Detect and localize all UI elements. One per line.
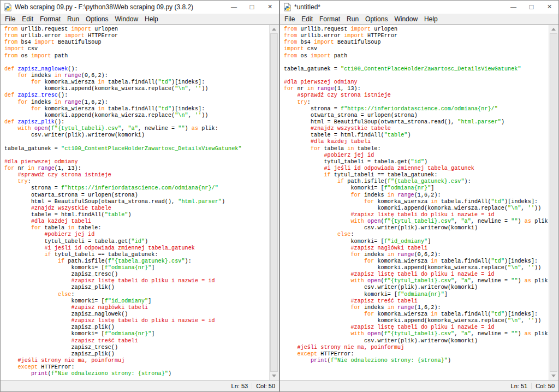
code-line: csv.writer(plik).writerow(komorki) [284,284,549,291]
code-line: with open(f"{tytul_tabeli}.csv", "a", ne… [284,218,549,225]
status-column-indicator: Col: 50 [531,383,558,389]
scrollbar-thumb[interactable] [270,33,278,372]
code-line: #znajdz wszystkie tabele [4,205,270,212]
code-line: #zapisz listę tabeli do pliku i nazwie =… [4,278,270,284]
code-line: zapisz_plik() [4,324,270,331]
menu-item-window[interactable]: Window [111,15,141,23]
code-line: for komorka_wiersza in tabela.findAll("t… [4,106,270,112]
code-line: komorki.append(komorka_wiersza.replace("… [284,265,549,271]
code-line: zapisz_plik() [4,351,270,358]
right-status-bar: Ln: 51 Col: 50 [280,380,558,391]
code-line: html = BeautifulSoup(otwarta_strona.read… [284,119,549,126]
code-line: komorki= [f"odmiana{nr}"] [284,292,549,298]
scroll-up-icon[interactable] [270,25,278,33]
code-line: with open(f"{tytul_tabeli}.csv", "a", ne… [4,126,270,132]
menu-item-edit[interactable]: Edit [19,15,37,23]
code-line [4,152,270,159]
right-window-title: *untitled* [294,3,504,11]
code-line: import csv [4,46,270,52]
code-line: komorki= [f"id_odmiany"] [4,298,270,305]
code-line: for indeks in range(1,6,2): [284,192,549,199]
code-line: for nr in range(1, 13): [4,165,270,172]
code-line: except HTTPError: [4,364,270,371]
maximize-button[interactable]: □ [522,1,540,14]
menu-item-run[interactable]: Run [64,15,82,23]
code-line: #i jeśli id odpowiada zmiennej tabela_ga… [284,165,549,172]
scroll-down-icon[interactable] [549,372,558,380]
scrollbar-thumb[interactable] [550,33,557,372]
code-line: komorki= [f"odmiana{nr}"] [284,185,549,192]
code-line: def zapisz_naglowek(): [4,66,270,73]
code-line: komorki.append(komorka_wiersza.replace("… [284,318,549,324]
code-line [4,139,270,145]
menu-item-format[interactable]: Format [316,15,343,23]
left-caption-buttons: — □ ✕ [225,1,279,14]
minimize-button[interactable]: — [225,1,243,14]
right-vertical-scrollbar[interactable] [549,25,558,380]
menu-item-file[interactable]: File [281,15,298,23]
code-line: for komorka_wiersza in tabela.findAll("t… [284,311,549,318]
idle-file-icon [4,3,12,11]
code-line: from os import path [284,53,549,60]
menu-item-edit[interactable]: Edit [298,15,316,23]
desktop: Web scraping 09.py - F:\python38\Web scr… [0,0,559,392]
code-line: #sprawdź czy strona istnieje [4,172,270,179]
code-line: csv.writer(plik).writerow(komorki) [284,338,549,345]
minimize-button[interactable]: — [504,1,522,14]
menu-item-format[interactable]: Format [37,15,64,23]
menu-item-window[interactable]: Window [391,15,421,23]
code-line: #dla każdej tabeli [284,139,549,145]
code-line: otwarta_strona = urlopen(strona) [4,192,270,199]
left-title-bar[interactable]: Web scraping 09.py - F:\python38\Web scr… [1,1,279,14]
code-line: tytul_tabeli = tabela.get("id") [284,159,549,165]
close-button[interactable]: ✕ [540,1,558,14]
code-line: #dla pierwszej odmiany [284,79,549,86]
code-line: komorki.append(komorka_wiersza.replace("… [4,86,270,92]
right-code-editor[interactable]: from urllib.request import urlopenfrom u… [280,25,558,380]
menu-item-help[interactable]: Help [421,15,441,23]
left-code-editor[interactable]: from urllib.request import urlopenfrom u… [1,25,279,380]
code-line: csv.writer(plik).writerow(komorki) [284,225,549,231]
scroll-down-icon[interactable] [270,372,278,380]
menu-item-file[interactable]: File [2,15,19,23]
menu-item-help[interactable]: Help [141,15,162,23]
left-vertical-scrollbar[interactable] [269,25,279,380]
right-code-text[interactable]: from urllib.request import urlopenfrom u… [280,25,549,380]
left-code-text[interactable]: from urllib.request import urlopenfrom u… [1,25,270,380]
code-line [284,60,549,66]
code-line: print(f"Nie odnaleziono strony: {strona}… [4,371,270,377]
code-line: for nr in range(1, 13): [284,86,549,92]
status-line-indicator: Ln: 51 [507,383,532,389]
code-line: from urllib.error import HTTPError [284,33,549,39]
code-line: #jeśli strony nie ma, poinformuj [284,345,549,351]
status-column-indicator: Col: 50 [252,383,279,389]
scroll-up-icon[interactable] [549,25,558,33]
menu-item-options[interactable]: Options [362,15,391,23]
code-line: for indeks in range(0,6,2): [4,73,270,79]
code-line: for komorka_wiersza in tabela.findAll("t… [4,79,270,86]
right-title-bar[interactable]: *untitled* — □ ✕ [280,1,558,14]
close-button[interactable]: ✕ [261,1,279,14]
code-line: for tabela in tabele: [284,146,549,152]
code-line: from urllib.error import HTTPError [4,33,270,39]
code-line: #zapisz listę tabeli do pliku i nazwie =… [284,212,549,218]
code-line [284,73,549,79]
code-line: #zapisz treść tabeli [4,338,270,345]
code-line: komorki= [f"id_odmiany"] [284,239,549,245]
menu-item-options[interactable]: Options [82,15,111,23]
code-line: #dla pierwszej odmiany [4,159,270,165]
code-line: komorki= [f"odmiana{nr}"] [4,265,270,271]
code-line: for indeks in range(0,6,2): [284,252,549,258]
code-line: #pobierz jej id [284,152,549,159]
right-caption-buttons: — □ ✕ [504,1,558,14]
code-line: if tytul_tabeli == tabela_gatunek: [284,172,549,179]
maximize-button[interactable]: □ [243,1,261,14]
menu-item-run[interactable]: Run [343,15,362,23]
code-line: for komorka_wiersza in tabela.findAll("t… [284,199,549,205]
code-line: tabela_gatunek = "ct100_ContentPlaceHold… [284,66,549,73]
code-line: else: [4,292,270,298]
code-line: otwarta_strona = urlopen(strona) [284,112,549,119]
code-line: from os import path [4,53,270,60]
code-line: #i jeśli id odpowiada zmiennej tabela_ga… [4,245,270,252]
idle-editor-window-left: Web scraping 09.py - F:\python38\Web scr… [0,0,280,392]
